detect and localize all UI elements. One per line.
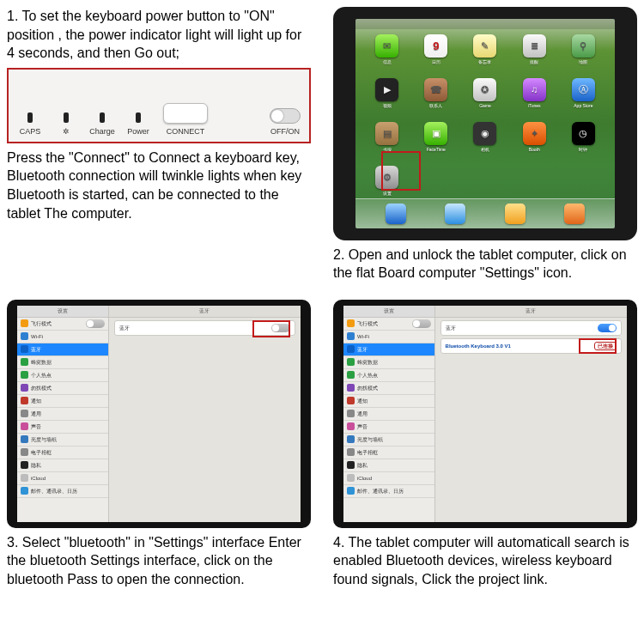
- row-cellular-4[interactable]: 蜂窝数据: [343, 356, 434, 369]
- bluetooth-led: [64, 112, 69, 123]
- offon-label: OFF/ON: [270, 127, 300, 136]
- app-reminders[interactable]: ≣提醒: [510, 34, 559, 75]
- row-sounds-4[interactable]: 声音: [343, 421, 434, 434]
- keyboard-indicator-panel: CAPS ✲ Charge Power CONNECT OFF/ON: [7, 68, 311, 143]
- dock: [355, 198, 615, 228]
- row-dnd-4[interactable]: 勿扰模式: [343, 382, 434, 395]
- row-mail-4[interactable]: 邮件、通讯录、日历: [343, 485, 434, 498]
- instruction-grid: 1. To set the keyboard power button to "…: [7, 7, 637, 588]
- row-brightness-4[interactable]: 亮度与墙纸: [343, 434, 434, 447]
- row-general-4[interactable]: 通用: [343, 408, 434, 421]
- settings-sidebar-4: 设置 飞行模式 Wi-Fi 蓝牙 蜂窝数据 个人热点 勿扰模式 通知 通用 声音…: [343, 306, 435, 522]
- step1-intro: 1. To set the keyboard power button to "…: [7, 7, 311, 63]
- bluetooth-row-label: 蓝牙: [119, 325, 130, 331]
- step-1: 1. To set the keyboard power button to "…: [7, 7, 311, 283]
- main-header-4: 蓝牙: [435, 306, 627, 318]
- app-gamecenter[interactable]: ✪Game: [460, 78, 509, 118]
- row-hotspot[interactable]: 个人热点: [17, 369, 108, 382]
- app-maps[interactable]: ⚲地图: [559, 34, 608, 75]
- sidebar-header-4: 设置: [343, 306, 434, 318]
- app-calendar[interactable]: 9日历: [411, 34, 460, 75]
- power-toggle[interactable]: [270, 108, 301, 124]
- app-camera[interactable]: ◉相机: [460, 122, 509, 162]
- step4-caption: 4. The tablet computer will automaticall…: [333, 533, 637, 589]
- row-cellular[interactable]: 蜂窝数据: [17, 356, 108, 369]
- row-notif-4[interactable]: 通知: [343, 395, 434, 408]
- row-privacy[interactable]: 隐私: [17, 459, 108, 472]
- bt-led-group: ✲: [50, 112, 82, 137]
- settings-screen-4: 设置 飞行模式 Wi-Fi 蓝牙 蜂窝数据 个人热点 勿扰模式 通知 通用 声音…: [343, 306, 627, 522]
- row-privacy-4[interactable]: 隐私: [343, 459, 434, 472]
- status-bar: [355, 19, 615, 29]
- main-header-3: 蓝牙: [109, 306, 301, 318]
- caps-label: CAPS: [20, 127, 41, 136]
- app-messages[interactable]: ✉信息: [362, 34, 411, 75]
- app-appstore[interactable]: ⒶApp Store: [559, 78, 608, 118]
- charge-label: Charge: [89, 127, 115, 136]
- app-clock[interactable]: ◷时钟: [559, 122, 608, 162]
- dock-photos[interactable]: [505, 204, 526, 224]
- step-4: 设置 飞行模式 Wi-Fi 蓝牙 蜂窝数据 个人热点 勿扰模式 通知 通用 声音…: [333, 300, 637, 589]
- row-frame-4[interactable]: 电子相框: [343, 447, 434, 459]
- connect-button-group: CONNECT: [158, 103, 213, 137]
- row-icloud-4[interactable]: iCloud: [343, 472, 434, 485]
- row-icloud[interactable]: iCloud: [17, 472, 108, 485]
- step1-below: Press the "Connect" to Connect a keyboar…: [7, 149, 311, 222]
- bluetooth-switch-on[interactable]: [598, 324, 617, 332]
- caps-led-group: CAPS: [14, 112, 46, 137]
- app-itunes[interactable]: ♫iTunes: [510, 78, 559, 118]
- power-toggle-group: OFF/ON: [266, 108, 304, 137]
- tablet-frame: ✉信息 9日历 ✎备忘录 ≣提醒 ⚲地图 ▶视频 ☎联系人 ✪Game ♫iTu…: [333, 7, 637, 240]
- app-videos[interactable]: ▶视频: [362, 78, 411, 118]
- step-3: 设置 飞行模式 Wi-Fi 蓝牙 蜂窝数据 个人热点 勿扰模式 通知 通用 声音…: [7, 300, 311, 589]
- power-label: Power: [127, 127, 149, 136]
- row-bluetooth-4[interactable]: 蓝牙: [343, 343, 434, 356]
- row-mail[interactable]: 邮件、通讯录、日历: [17, 485, 108, 498]
- bluetooth-switch-highlight: [252, 320, 290, 337]
- charge-led: [100, 112, 105, 123]
- caps-led: [27, 112, 33, 123]
- row-bluetooth[interactable]: 蓝牙: [17, 343, 108, 356]
- dock-mail[interactable]: [445, 204, 465, 224]
- row-hotspot-4[interactable]: 个人热点: [343, 369, 434, 382]
- charge-led-group: Charge: [86, 112, 118, 137]
- settings-highlight: [381, 151, 421, 191]
- home-screen: ✉信息 9日历 ✎备忘录 ≣提醒 ⚲地图 ▶视频 ☎联系人 ✪Game ♫iTu…: [355, 19, 615, 228]
- bluetooth-row-label-4: 蓝牙: [446, 325, 456, 331]
- row-notif[interactable]: 通知: [17, 395, 108, 408]
- step2-caption: 2. Open and unlock the tablet computer, …: [333, 246, 637, 283]
- row-wifi-4[interactable]: Wi-Fi: [343, 331, 434, 343]
- app-notes[interactable]: ✎备忘录: [460, 34, 509, 75]
- bluetooth-toggle-row-4[interactable]: 蓝牙: [440, 320, 622, 336]
- row-brightness[interactable]: 亮度与墙纸: [17, 434, 108, 447]
- step-2: ✉信息 9日历 ✎备忘录 ≣提醒 ⚲地图 ▶视频 ☎联系人 ✪Game ♫iTu…: [333, 7, 637, 283]
- row-sounds[interactable]: 声音: [17, 421, 108, 434]
- settings-main-3: 蓝牙 蓝牙: [109, 306, 301, 522]
- app-contacts[interactable]: ☎联系人: [411, 78, 460, 118]
- row-wifi[interactable]: Wi-Fi: [17, 331, 108, 343]
- device-status-highlight: [579, 338, 617, 354]
- connect-button[interactable]: [163, 103, 208, 124]
- row-airplane-4[interactable]: 飞行模式: [343, 318, 434, 331]
- power-led: [136, 112, 141, 123]
- tablet-frame-4: 设置 飞行模式 Wi-Fi 蓝牙 蜂窝数据 个人热点 勿扰模式 通知 通用 声音…: [333, 300, 637, 528]
- app-photobooth[interactable]: ✦Booth: [510, 122, 559, 162]
- dock-music[interactable]: [564, 204, 585, 224]
- row-frame[interactable]: 电子相框: [17, 447, 108, 459]
- row-airplane[interactable]: 飞行模式: [17, 318, 108, 331]
- step3-caption: 3. Select "bluetooth" in "Settings" inte…: [7, 533, 311, 589]
- tablet-frame-3: 设置 飞行模式 Wi-Fi 蓝牙 蜂窝数据 个人热点 勿扰模式 通知 通用 声音…: [7, 300, 311, 528]
- bluetooth-label: ✲: [63, 127, 70, 136]
- settings-sidebar-3: 设置 飞行模式 Wi-Fi 蓝牙 蜂窝数据 个人热点 勿扰模式 通知 通用 声音…: [17, 306, 109, 522]
- airplane-toggle[interactable]: [86, 319, 105, 328]
- connect-label: CONNECT: [167, 127, 205, 136]
- row-dnd[interactable]: 勿扰模式: [17, 382, 108, 395]
- settings-screen-3: 设置 飞行模式 Wi-Fi 蓝牙 蜂窝数据 个人热点 勿扰模式 通知 通用 声音…: [17, 306, 301, 522]
- dock-safari[interactable]: [386, 204, 406, 224]
- row-general[interactable]: 通用: [17, 408, 108, 421]
- device-name: Bluetooth Keyboard 3.0 V1: [446, 343, 511, 349]
- power-led-group: Power: [122, 112, 155, 137]
- sidebar-header: 设置: [17, 306, 108, 318]
